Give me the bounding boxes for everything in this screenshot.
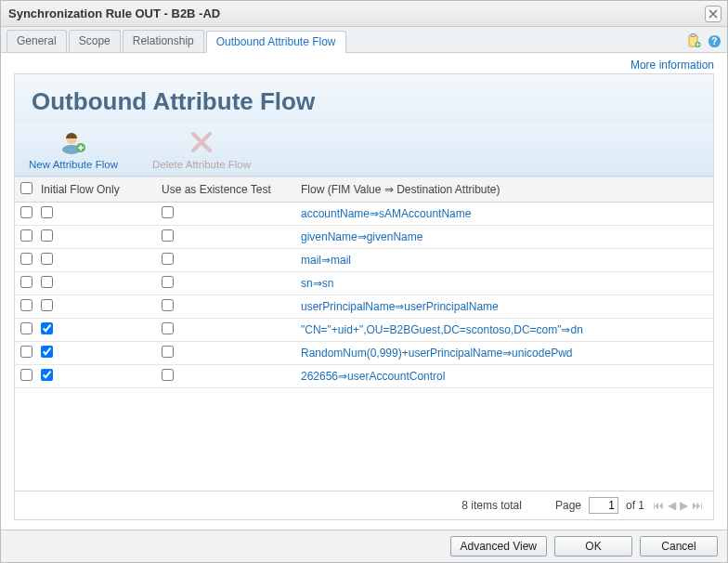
initial-flow-only-checkbox[interactable] — [41, 299, 53, 311]
pager-total: 8 items total — [462, 499, 522, 512]
flow-mapping-link[interactable]: sn⇒sn — [301, 277, 708, 290]
delete-attribute-flow-button: Delete Attribute Flow — [150, 127, 253, 170]
initial-flow-only-checkbox[interactable] — [41, 276, 53, 288]
table-row[interactable]: "CN="+uid+",OU=B2BGuest,DC=scontoso,DC=c… — [15, 319, 713, 342]
user-add-icon — [58, 127, 88, 157]
table-row[interactable]: userPrincipalName⇒userPrincipalName — [15, 295, 713, 319]
pager-page-label: Page — [555, 499, 581, 512]
page-title: Outbound Attribute Flow — [32, 87, 696, 116]
more-information-link[interactable]: More information — [630, 59, 714, 72]
row-select-checkbox[interactable] — [20, 369, 32, 381]
new-attribute-flow-button[interactable]: New Attribute Flow — [22, 127, 124, 170]
more-info-row: More information — [1, 53, 727, 73]
flow-mapping-link[interactable]: accountName⇒sAMAccountName — [301, 207, 708, 220]
existence-test-checkbox[interactable] — [162, 299, 174, 311]
pager-of-label: of 1 — [626, 499, 644, 512]
pager-last-icon[interactable]: ⏭ — [691, 499, 704, 512]
flow-mapping-link[interactable]: "CN="+uid+",OU=B2BGuest,DC=scontoso,DC=c… — [301, 323, 708, 336]
tab-scope[interactable]: Scope — [69, 30, 121, 52]
row-select-checkbox[interactable] — [20, 276, 32, 288]
ok-button[interactable]: OK — [554, 536, 632, 556]
clipboard-add-icon[interactable] — [686, 33, 701, 48]
col-header-initial-flow-only[interactable]: Initial Flow Only — [35, 177, 156, 203]
table-row[interactable]: RandomNum(0,999)+userPrincipalName⇒unico… — [15, 342, 713, 365]
existence-test-checkbox[interactable] — [162, 229, 174, 242]
close-button[interactable] — [705, 6, 722, 22]
table-row[interactable]: accountName⇒sAMAccountName — [15, 203, 713, 226]
attribute-flow-table: Initial Flow Only Use as Existence Test … — [15, 177, 713, 388]
window-title: Synchronization Rule OUT - B2B -AD — [8, 7, 220, 20]
content-area: Outbound Attribute Flow New Attribute Fl… — [1, 73, 727, 530]
titlebar: Synchronization Rule OUT - B2B -AD — [1, 1, 727, 27]
tab-relationship[interactable]: Relationship — [123, 30, 204, 52]
tab-outbound-attribute-flow[interactable]: Outbound Attribute Flow — [206, 31, 346, 53]
flow-mapping-link[interactable]: 262656⇒userAccountControl — [301, 370, 708, 383]
pager-nav: ⏮ ◀ ▶ ⏭ — [652, 499, 704, 512]
initial-flow-only-checkbox[interactable] — [41, 229, 53, 242]
existence-test-checkbox[interactable] — [162, 346, 174, 358]
svg-text:?: ? — [711, 36, 717, 46]
advanced-view-button[interactable]: Advanced View — [450, 536, 548, 556]
pager-prev-icon[interactable]: ◀ — [667, 499, 677, 512]
existence-test-checkbox[interactable] — [162, 322, 174, 334]
flow-mapping-link[interactable]: userPrincipalName⇒userPrincipalName — [301, 300, 708, 313]
cancel-button[interactable]: Cancel — [640, 536, 718, 556]
row-select-checkbox[interactable] — [20, 206, 32, 218]
pager-next-icon[interactable]: ▶ — [679, 499, 689, 512]
tabstrip: General Scope Relationship Outbound Attr… — [1, 27, 727, 53]
initial-flow-only-checkbox[interactable] — [41, 369, 53, 381]
close-icon — [708, 9, 718, 19]
flow-mapping-link[interactable]: RandomNum(0,999)+userPrincipalName⇒unico… — [301, 347, 708, 360]
toolbar: New Attribute Flow Delete Attribute Flow — [15, 124, 713, 177]
dialog-window: Synchronization Rule OUT - B2B -AD Gener… — [0, 0, 728, 563]
row-select-checkbox[interactable] — [20, 229, 32, 242]
table-row[interactable]: sn⇒sn — [15, 272, 713, 295]
attribute-flow-grid: Initial Flow Only Use as Existence Test … — [15, 177, 713, 491]
delete-x-icon — [187, 127, 216, 157]
existence-test-checkbox[interactable] — [162, 369, 174, 381]
initial-flow-only-checkbox[interactable] — [41, 206, 53, 218]
tab-general[interactable]: General — [6, 30, 67, 52]
col-header-existence-test[interactable]: Use as Existence Test — [156, 177, 295, 203]
row-select-checkbox[interactable] — [20, 346, 32, 358]
col-header-flow[interactable]: Flow (FIM Value ⇒ Destination Attribute) — [295, 177, 713, 203]
flow-mapping-link[interactable]: givenName⇒givenName — [301, 230, 708, 243]
flow-mapping-link[interactable]: mail⇒mail — [301, 254, 708, 267]
existence-test-checkbox[interactable] — [162, 206, 174, 218]
svg-rect-1 — [691, 34, 696, 37]
pager-first-icon[interactable]: ⏮ — [652, 499, 665, 512]
select-all-checkbox[interactable] — [20, 182, 32, 194]
dialog-footer: Advanced View OK Cancel — [1, 530, 727, 562]
inner-panel: Outbound Attribute Flow New Attribute Fl… — [14, 73, 714, 520]
col-header-select — [15, 177, 35, 203]
toolbar-label: New Attribute Flow — [29, 159, 118, 170]
pager: 8 items total Page of 1 ⏮ ◀ ▶ ⏭ — [15, 491, 713, 519]
help-icon[interactable]: ? — [707, 33, 722, 48]
table-row[interactable]: 262656⇒userAccountControl — [15, 365, 713, 388]
pager-page-input[interactable] — [589, 497, 618, 514]
row-select-checkbox[interactable] — [20, 299, 32, 311]
row-select-checkbox[interactable] — [20, 253, 32, 265]
table-row[interactable]: givenName⇒givenName — [15, 226, 713, 249]
toolbar-label: Delete Attribute Flow — [152, 159, 251, 170]
existence-test-checkbox[interactable] — [162, 253, 174, 265]
initial-flow-only-checkbox[interactable] — [41, 253, 53, 265]
tabstrip-right-icons: ? — [686, 33, 722, 52]
existence-test-checkbox[interactable] — [162, 276, 174, 288]
heading-band: Outbound Attribute Flow — [15, 74, 713, 124]
initial-flow-only-checkbox[interactable] — [41, 346, 53, 358]
table-row[interactable]: mail⇒mail — [15, 249, 713, 272]
initial-flow-only-checkbox[interactable] — [41, 322, 53, 334]
row-select-checkbox[interactable] — [20, 322, 32, 334]
